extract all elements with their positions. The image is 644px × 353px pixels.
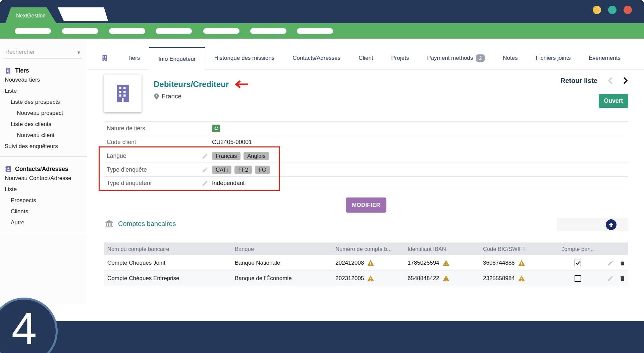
cell-account-name: Compte Chèques Entreprise xyxy=(104,275,231,282)
sidebar-section-tiers: Tiers xyxy=(0,67,87,74)
modifier-button[interactable]: MODIFIER xyxy=(346,197,386,213)
pencil-icon[interactable] xyxy=(202,153,208,159)
sidebar-item-nouveau-tiers[interactable]: Nouveau tiers xyxy=(0,74,87,85)
tab-projets[interactable]: Projets xyxy=(382,47,418,70)
back-to-list-link[interactable]: Retour liste xyxy=(560,77,597,85)
chevron-left-icon[interactable] xyxy=(607,77,613,85)
tab-evenements[interactable]: Événements xyxy=(580,47,630,70)
col-header-iban: Identifiant IBAN xyxy=(404,246,480,252)
field-row-code-client: Code client CU2405-00001 xyxy=(104,135,628,149)
chevron-down-icon[interactable]: ▼ xyxy=(76,50,81,55)
cell-bank: Banque Nationale xyxy=(231,260,332,266)
window-controls xyxy=(593,6,632,14)
sidebar-item-liste-clients[interactable]: Liste des clients xyxy=(0,119,87,130)
field-label: Type d’enquête xyxy=(104,166,202,173)
nav-placeholder-pill xyxy=(62,28,98,34)
sidebar-divider xyxy=(0,233,87,233)
bank-toolbar-strip xyxy=(557,218,628,231)
building-icon xyxy=(5,67,12,74)
search-input[interactable] xyxy=(5,49,82,55)
sidebar-item-nouveau-contact[interactable]: Nouveau Contact/Adresse xyxy=(0,173,87,184)
field-label: Langue xyxy=(104,152,202,160)
pencil-icon[interactable] xyxy=(202,180,208,186)
field-row-langue: Langue Français Anglais xyxy=(104,149,628,163)
tab-contacts-adresses[interactable]: Contacts/Adresses xyxy=(283,47,350,70)
field-row-type-enqueteur: Type d’enquêteur Indépendant xyxy=(104,176,628,190)
tab-info-enqueteur[interactable]: Info Enquêteur xyxy=(149,47,205,70)
nav-placeholder-pill xyxy=(203,28,239,34)
field-row-type-enquete: Type d’enquête CATI FF2 FG xyxy=(104,163,628,176)
tab-payment-methods[interactable]: Payment methods 2 xyxy=(418,47,494,70)
building-icon xyxy=(112,82,134,104)
field-row-nature: Nature de tiers C xyxy=(104,121,628,135)
warning-icon xyxy=(443,275,449,281)
col-header-numero: Numéro de compte b... xyxy=(332,246,404,252)
step-number: 4 xyxy=(11,306,37,351)
sidebar-item-liste-contacts[interactable]: Liste xyxy=(0,184,87,195)
list-pagination: Retour liste xyxy=(560,77,628,85)
cell-iban: 6548848422 xyxy=(408,275,439,282)
tab-fichiers-joints[interactable]: Fichiers joints xyxy=(527,47,580,70)
record-tab-bar: Tiers Info Enquêteur Historique des miss… xyxy=(88,47,644,70)
tab-client[interactable]: Client xyxy=(350,47,382,70)
nav-placeholder-pill xyxy=(109,28,145,34)
cell-number: 202412008 xyxy=(335,260,364,266)
type-enqueteur-value: Indépendant xyxy=(212,180,245,187)
tab-notes[interactable]: Notes xyxy=(494,47,527,70)
sidebar-item-autre[interactable]: Autre xyxy=(0,217,87,228)
sidebar-section-contacts: Contacts/Adresses xyxy=(0,166,87,173)
default-account-checkbox[interactable] xyxy=(575,275,581,282)
sidebar-item-suivi-enqueteurs[interactable]: Suivi des enquêteurs xyxy=(0,141,87,152)
code-client-value: CU2405-00001 xyxy=(212,139,252,146)
nav-placeholder-pill xyxy=(156,28,192,34)
cell-bic: 2325558984 xyxy=(483,275,515,282)
record-avatar xyxy=(104,75,142,112)
tab-label: Payment methods xyxy=(427,55,473,61)
sidebar-item-nouveau-client[interactable]: Nouveau client xyxy=(0,130,87,141)
delete-row-button[interactable] xyxy=(619,275,626,282)
field-label: Code client xyxy=(104,139,202,146)
col-header-bic: Code BIC/SWIFT xyxy=(480,246,562,252)
footer-bar xyxy=(0,321,644,353)
edit-row-button[interactable] xyxy=(607,260,614,266)
step-number-badge: 4 xyxy=(0,298,58,353)
tab-tiers[interactable]: Tiers xyxy=(118,47,149,70)
warning-icon xyxy=(443,260,449,266)
bank-icon xyxy=(105,220,114,228)
record-location: France xyxy=(162,93,181,100)
sidebar-item-clients[interactable]: Clients xyxy=(0,206,87,217)
main-menu-bar xyxy=(0,23,644,39)
nature-badge: C xyxy=(212,125,220,132)
window-dot-yellow[interactable] xyxy=(593,6,601,14)
sidebar-search: ▼ xyxy=(5,47,82,58)
type-enquete-chip: CATI xyxy=(212,166,231,174)
col-header-nom: Nom du compte bancaire xyxy=(104,246,231,252)
status-ouvert-button[interactable]: Ouvert xyxy=(599,94,628,108)
cell-iban: 1785025594 xyxy=(408,260,439,266)
tab-historique-missions[interactable]: Historique des missions xyxy=(205,47,284,70)
sidebar-item-liste-tiers[interactable]: Liste xyxy=(0,85,87,96)
edit-row-button[interactable] xyxy=(607,275,614,282)
window-dot-red[interactable] xyxy=(624,6,632,14)
record-details: Nature de tiers C Code client CU2405-000… xyxy=(104,121,628,190)
pencil-icon[interactable] xyxy=(202,167,208,173)
contact-book-icon xyxy=(5,166,12,173)
langue-chip: Français xyxy=(212,152,240,160)
warning-icon xyxy=(367,275,374,281)
sidebar-item-liste-prospects[interactable]: Liste des prospects xyxy=(0,96,87,107)
add-bank-account-button[interactable] xyxy=(606,219,616,230)
type-enquete-chip: FG xyxy=(255,166,270,174)
sidebar-item-prospects[interactable]: Prospects xyxy=(0,195,87,206)
langue-chip: Anglais xyxy=(244,152,269,160)
sidebar-item-nouveau-prospect[interactable]: Nouveau prospect xyxy=(0,107,87,119)
sidebar-divider xyxy=(0,157,87,157)
cell-number: 202312005 xyxy=(335,275,364,282)
window-dot-teal[interactable] xyxy=(608,6,616,14)
cell-account-name: Compte Chèques Joint xyxy=(104,260,231,266)
cell-bank: Banque de l'Économie xyxy=(231,275,332,282)
table-row: Compte Chèques Joint Banque Nationale 20… xyxy=(104,255,628,271)
default-account-checkbox[interactable] xyxy=(575,260,581,266)
col-header-compte: Compte ban... xyxy=(562,246,594,252)
chevron-right-icon[interactable] xyxy=(623,77,628,85)
delete-row-button[interactable] xyxy=(619,260,626,266)
